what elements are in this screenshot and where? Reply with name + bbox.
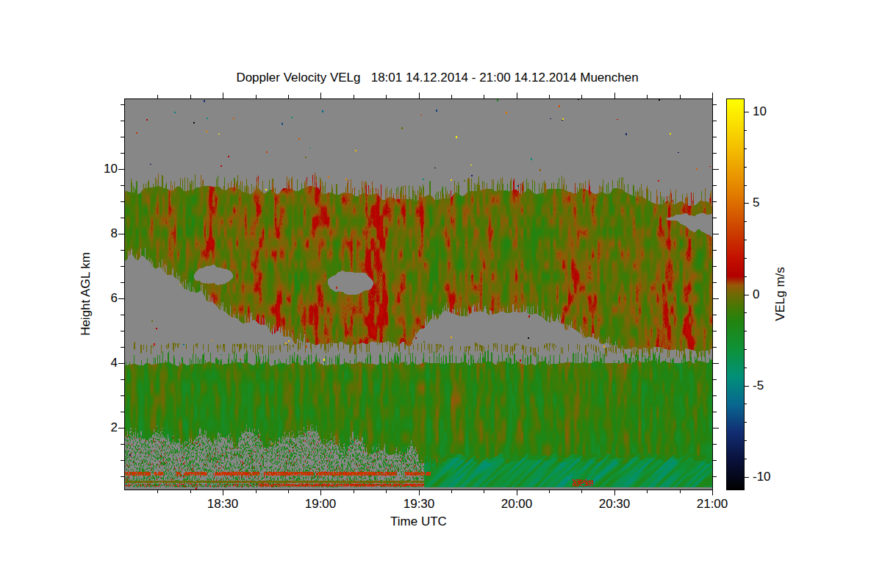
x-major-tick (320, 490, 321, 495)
colorbar-minor-tick (745, 459, 747, 459)
x-minor-tick (484, 490, 484, 493)
colorbar-tick-label: 10 (753, 104, 789, 119)
chart-title: Doppler Velocity VELg 18:01 14.12.2014 -… (140, 71, 735, 85)
y-minor-tick-right (713, 153, 717, 154)
y-minor-tick-right (713, 121, 717, 121)
colorbar-minor-tick (745, 221, 747, 222)
x-minor-tick-top (354, 95, 354, 98)
y-minor-tick-right (713, 185, 717, 186)
y-minor-tick (121, 218, 124, 218)
y-major-tick (118, 298, 124, 299)
x-major-tick-top (223, 93, 223, 98)
colorbar-minor-tick (745, 258, 747, 259)
y-major-tick (118, 169, 124, 170)
colorbar-gradient (727, 99, 744, 490)
x-tick-label: 18:30 (201, 497, 245, 512)
x-minor-tick (288, 490, 289, 493)
x-minor-tick-top (647, 95, 648, 98)
x-minor-tick-top (190, 95, 191, 98)
y-minor-tick (121, 460, 124, 461)
colorbar-minor-tick (745, 185, 747, 186)
y-minor-tick-right (713, 395, 717, 396)
y-major-tick (118, 428, 124, 429)
colorbar-tick-label: 5 (753, 196, 789, 210)
x-minor-tick-top (451, 95, 452, 98)
x-major-tick-top (419, 93, 420, 98)
x-minor-tick-top (386, 95, 387, 98)
colorbar-tick-label: -10 (753, 470, 789, 484)
colorbar-minor-tick (745, 276, 747, 277)
x-minor-tick-top (256, 95, 257, 98)
y-axis-label: Height AGL km (79, 220, 95, 368)
y-minor-tick-right (713, 315, 717, 315)
x-minor-tick (256, 490, 257, 493)
colorbar-minor-tick (745, 148, 747, 149)
x-minor-tick-top (549, 95, 550, 98)
colorbar-minor-tick (745, 422, 747, 423)
x-major-tick-top (614, 93, 615, 98)
y-minor-tick (121, 266, 124, 267)
y-major-tick-right (713, 298, 719, 299)
x-tick-label: 19:00 (298, 497, 343, 512)
y-minor-tick (121, 201, 124, 202)
y-major-tick-right (713, 234, 719, 234)
x-minor-tick (647, 490, 648, 493)
x-minor-tick (581, 490, 582, 493)
y-minor-tick (121, 315, 124, 315)
y-minor-tick (121, 104, 124, 105)
x-major-tick (223, 490, 223, 495)
x-minor-tick-top (484, 95, 484, 98)
y-minor-tick (121, 412, 124, 412)
colorbar-major-tick (745, 477, 749, 478)
y-minor-tick-right (713, 412, 717, 412)
x-minor-tick (451, 490, 452, 493)
y-minor-tick (121, 347, 124, 348)
x-minor-tick (190, 490, 191, 493)
y-major-tick (118, 234, 124, 234)
colorbar-minor-tick (745, 167, 747, 168)
velocity-heatmap-canvas (125, 99, 712, 490)
colorbar-minor-tick (745, 331, 747, 331)
y-minor-tick-right (713, 476, 717, 477)
y-minor-tick-right (713, 104, 717, 105)
y-major-tick-right (713, 169, 719, 170)
x-major-tick (419, 490, 420, 495)
colorbar-minor-tick (745, 349, 747, 350)
colorbar-minor-tick (745, 240, 747, 240)
x-tick-label: 20:30 (592, 497, 637, 512)
y-minor-tick-right (713, 201, 717, 202)
x-minor-tick (680, 490, 681, 493)
colorbar (726, 98, 745, 490)
colorbar-minor-tick (745, 312, 747, 313)
x-minor-tick-top (680, 95, 681, 98)
y-minor-tick (121, 282, 124, 283)
y-major-tick (118, 363, 124, 364)
y-tick-label: 10 (87, 162, 118, 176)
y-minor-tick (121, 153, 124, 154)
y-minor-tick (121, 379, 124, 380)
y-minor-tick (121, 137, 124, 137)
colorbar-tick-label: -5 (753, 379, 789, 393)
x-minor-tick (386, 490, 387, 493)
x-minor-tick (354, 490, 354, 493)
x-minor-tick-top (581, 95, 582, 98)
y-minor-tick (121, 121, 124, 121)
y-minor-tick-right (713, 250, 717, 251)
y-minor-tick (121, 185, 124, 186)
y-minor-tick (121, 250, 124, 251)
y-minor-tick (121, 331, 124, 331)
x-major-tick-top (320, 93, 321, 98)
x-major-tick (517, 490, 517, 495)
colorbar-minor-tick (745, 130, 747, 131)
y-minor-tick-right (713, 331, 717, 331)
colorbar-major-tick (745, 112, 749, 112)
x-major-tick-top (712, 93, 713, 98)
colorbar-major-tick (745, 295, 749, 295)
y-minor-tick-right (713, 218, 717, 218)
colorbar-label: VELg m/s (773, 220, 789, 368)
y-minor-tick-right (713, 347, 717, 348)
y-minor-tick-right (713, 460, 717, 461)
y-minor-tick-right (713, 444, 717, 445)
plot-area (124, 98, 713, 490)
colorbar-minor-tick (745, 440, 747, 441)
